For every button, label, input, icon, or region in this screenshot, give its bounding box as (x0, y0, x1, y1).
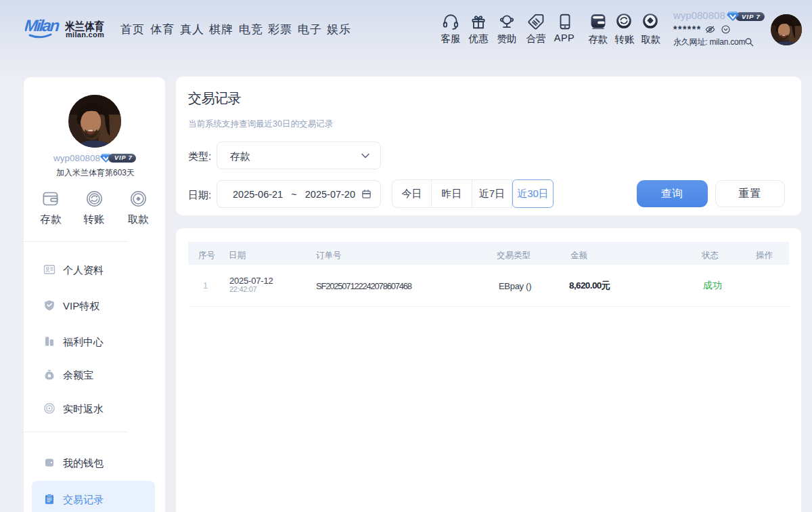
svg-text:Milan: Milan (25, 16, 60, 35)
